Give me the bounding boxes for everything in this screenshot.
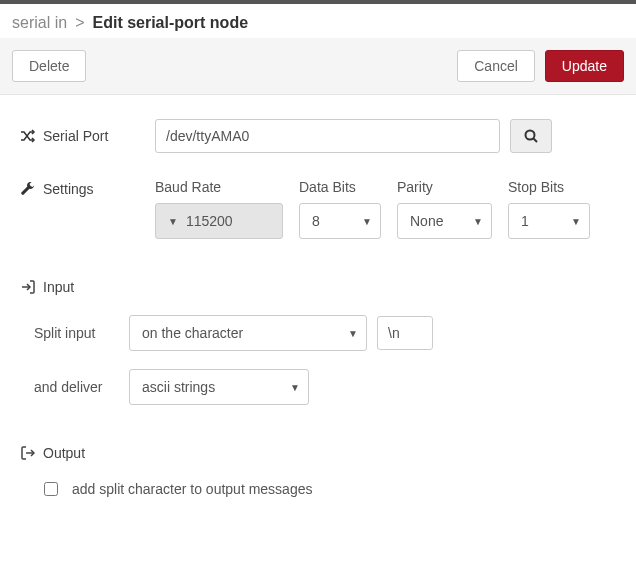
stop-bits-value: 1 [521,213,529,229]
data-bits-label: Data Bits [299,179,381,195]
breadcrumb: serial in > Edit serial-port node [0,4,636,38]
wrench-icon [20,182,36,196]
stop-bits-select[interactable]: 1 ▼ [508,203,590,239]
settings-label: Settings [20,179,155,197]
delete-button[interactable]: Delete [12,50,86,82]
sign-in-icon [20,280,36,294]
svg-line-1 [534,139,538,143]
settings-label-text: Settings [43,181,94,197]
caret-down-icon: ▼ [473,216,483,227]
parity-select[interactable]: None ▼ [397,203,492,239]
parity-column: Parity None ▼ [397,179,492,239]
parity-label: Parity [397,179,492,195]
split-character-input[interactable] [377,316,433,350]
settings-row: Settings Baud Rate ▼ 115200 Data Bits 8 … [20,179,616,239]
search-port-button[interactable] [510,119,552,153]
deliver-row: and deliver ascii strings ▼ [20,369,616,405]
deliver-mode-value: ascii strings [142,379,215,395]
split-input-label: Split input [34,325,129,341]
search-icon [524,129,538,143]
serial-port-input[interactable] [155,119,500,153]
caret-down-icon: ▼ [571,216,581,227]
shuffle-icon [20,129,36,143]
form-area: Serial Port Settings Baud Rate [0,95,636,521]
update-button[interactable]: Update [545,50,624,82]
caret-down-icon: ▼ [168,216,178,227]
output-section-label: Output [20,445,616,461]
cancel-button[interactable]: Cancel [457,50,535,82]
data-bits-select[interactable]: 8 ▼ [299,203,381,239]
caret-down-icon: ▼ [362,216,372,227]
stop-bits-label: Stop Bits [508,179,590,195]
baud-rate-column: Baud Rate ▼ 115200 [155,179,283,239]
add-split-char-row: add split character to output messages [20,481,616,497]
deliver-mode-select[interactable]: ascii strings ▼ [129,369,309,405]
add-split-char-label: add split character to output messages [72,481,312,497]
output-section-text: Output [43,445,85,461]
baud-rate-value: 115200 [186,213,233,229]
svg-point-0 [526,131,535,140]
action-bar: Delete Cancel Update [0,38,636,95]
caret-down-icon: ▼ [348,328,358,339]
baud-rate-select[interactable]: ▼ 115200 [155,203,283,239]
data-bits-value: 8 [312,213,320,229]
serial-port-row: Serial Port [20,119,616,153]
data-bits-column: Data Bits 8 ▼ [299,179,381,239]
serial-port-label-text: Serial Port [43,128,108,144]
caret-down-icon: ▼ [290,382,300,393]
input-section-label: Input [20,279,616,295]
breadcrumb-parent[interactable]: serial in [12,14,67,32]
input-section-text: Input [43,279,74,295]
add-split-char-checkbox[interactable] [44,482,58,496]
split-input-row: Split input on the character ▼ [20,315,616,351]
split-mode-value: on the character [142,325,243,341]
page-title: Edit serial-port node [92,14,248,32]
settings-grid: Baud Rate ▼ 115200 Data Bits 8 ▼ Parity [155,179,590,239]
stop-bits-column: Stop Bits 1 ▼ [508,179,590,239]
sign-out-icon [20,446,36,460]
baud-rate-label: Baud Rate [155,179,283,195]
serial-port-label: Serial Port [20,128,155,144]
split-mode-select[interactable]: on the character ▼ [129,315,367,351]
breadcrumb-separator: > [75,14,84,32]
deliver-label: and deliver [34,379,129,395]
parity-value: None [410,213,443,229]
